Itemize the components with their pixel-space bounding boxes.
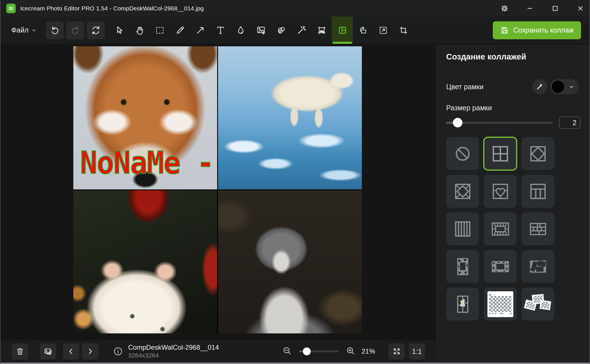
collage-tool-icon[interactable]: [332, 17, 353, 44]
image-dimensions: 3264x3264: [128, 352, 219, 359]
title-bar: Icecream Photo Editor PRO 1.54 - CompDes…: [1, 0, 589, 17]
template-vertical-stripes[interactable]: [446, 212, 479, 245]
template-window-tape[interactable]: [446, 288, 479, 320]
save-collage-label: Сохранить коллаж: [513, 26, 574, 34]
frame-size-input[interactable]: 2: [559, 116, 580, 129]
eyedropper-icon[interactable]: [532, 79, 547, 94]
cursor-tool-icon[interactable]: [109, 17, 130, 44]
select-rect-tool-icon[interactable]: [150, 17, 170, 44]
collage-photo-grey-cat[interactable]: [218, 190, 362, 333]
window-title: Icecream Photo Editor PRO 1.54 - CompDes…: [20, 5, 204, 12]
divider: [435, 69, 589, 69]
template-bricks[interactable]: [521, 212, 554, 245]
frame-size-slider[interactable]: [446, 118, 553, 127]
close-icon[interactable]: [571, 0, 589, 17]
template-none[interactable]: [446, 137, 479, 170]
reset-icon[interactable]: [87, 21, 105, 39]
previous-image-icon[interactable]: [63, 343, 79, 360]
frame-tool-icon[interactable]: [312, 17, 332, 44]
app-window: Icecream Photo Editor PRO 1.54 - CompDes…: [0, 0, 590, 364]
floppy-save-icon: [500, 26, 509, 35]
collage-panel: Создание коллажей Цвет рамки Размер рамк…: [435, 44, 589, 364]
template-scattered-checkerboard[interactable]: [521, 288, 554, 320]
settings-gear-icon[interactable]: [496, 0, 514, 17]
magic-wand-tool-icon[interactable]: [291, 17, 312, 44]
file-menu[interactable]: Файл: [11, 26, 37, 34]
template-shards-landscape[interactable]: [484, 250, 517, 283]
template-shards-portrait[interactable]: [446, 250, 479, 283]
template-scattered-photos[interactable]: [521, 250, 554, 283]
polaroid-cluster-preview: [525, 294, 552, 315]
adjust-tool-icon[interactable]: [271, 17, 291, 44]
file-menu-label: Файл: [11, 26, 28, 34]
frame-color-label: Цвет рамки: [446, 83, 484, 91]
gallery-icon[interactable]: [40, 343, 56, 360]
frame-color-swatch: [552, 80, 564, 93]
template-filmstrip-border[interactable]: [484, 212, 517, 245]
template-heart[interactable]: [484, 175, 517, 208]
zoom-slider-thumb[interactable]: [303, 347, 311, 355]
panel-title: Создание коллажей: [446, 52, 589, 61]
zoom-slider[interactable]: [299, 347, 339, 355]
minimize-icon[interactable]: [521, 0, 539, 17]
undo-icon[interactable]: [46, 21, 64, 39]
blur-drop-tool-icon[interactable]: [231, 17, 251, 44]
info-icon[interactable]: [113, 346, 123, 356]
delete-trash-icon[interactable]: [12, 343, 28, 360]
collage-preview: NoNaMe - C: [73, 46, 362, 333]
add-image-tool-icon[interactable]: [251, 17, 271, 44]
hand-tool-icon[interactable]: [130, 17, 150, 44]
actual-size-button[interactable]: 1:1: [409, 343, 425, 360]
app-camera-icon: [6, 4, 16, 13]
next-image-icon[interactable]: [82, 343, 98, 360]
arrow-tool-icon[interactable]: [190, 17, 210, 44]
frame-size-label: Размер рамки: [446, 104, 589, 112]
template-photo-checkerboard[interactable]: [484, 288, 517, 320]
template-grid: [446, 137, 589, 320]
toolbar: Файл: [1, 17, 589, 44]
canvas-area: NoNaMe - C: [1, 44, 435, 340]
instagram-frame-preview: [487, 291, 513, 317]
template-diamond[interactable]: [521, 137, 554, 170]
rotate-tool-icon[interactable]: [353, 17, 373, 44]
zoom-percentage: 21%: [362, 347, 378, 355]
chevron-down-icon: [31, 28, 37, 33]
text-tool-icon[interactable]: [210, 17, 231, 44]
pencil-tool-icon[interactable]: [170, 17, 190, 44]
save-collage-button[interactable]: Сохранить коллаж: [493, 21, 581, 39]
crop-tool-icon[interactable]: [393, 17, 414, 44]
frame-color-dropdown[interactable]: [550, 79, 579, 94]
collage-photo-fox[interactable]: NoNaMe - C: [73, 46, 217, 189]
chevron-down-icon: [568, 83, 575, 90]
status-bar: CompDeskWalCol-2968__014 3264x3264 21%: [1, 340, 435, 363]
template-grid-2x2[interactable]: [484, 137, 517, 170]
zoom-in-icon[interactable]: [346, 346, 355, 357]
maximize-icon[interactable]: [546, 0, 564, 17]
resize-tool-icon[interactable]: [373, 17, 393, 44]
frame-size-thumb[interactable]: [453, 118, 462, 127]
template-diamond-corners[interactable]: [446, 175, 479, 208]
collage-photo-polar-bear[interactable]: [218, 46, 362, 189]
redo-icon[interactable]: [66, 21, 84, 39]
collage-photo-white-cat[interactable]: [73, 190, 217, 333]
current-filename: CompDeskWalCol-2968__014: [128, 344, 219, 351]
zoom-out-icon[interactable]: [282, 346, 292, 357]
watermark-text: NoNaMe - C: [80, 145, 217, 181]
fit-to-screen-icon[interactable]: [389, 343, 405, 360]
template-top-banner-columns[interactable]: [521, 175, 554, 208]
